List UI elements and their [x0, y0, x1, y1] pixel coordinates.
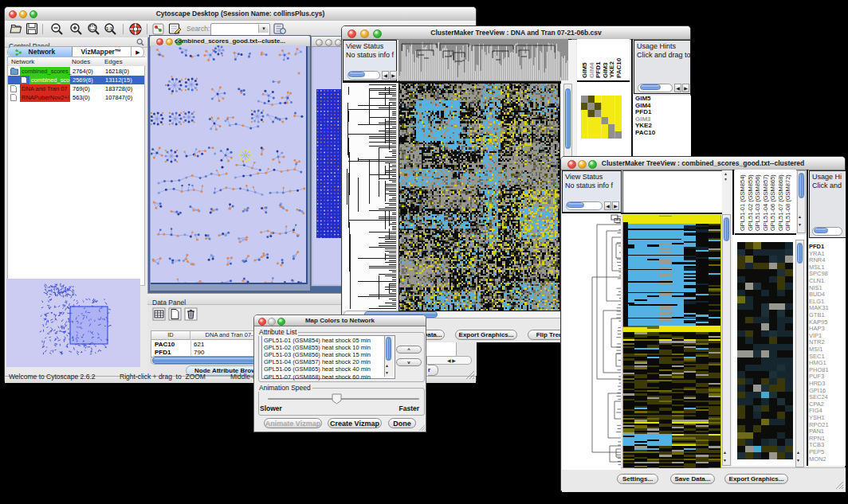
svg-text:GPL51-03 (GSM856): GPL51-03 (GSM856): [754, 174, 761, 231]
svg-text:PAC10: PAC10: [615, 57, 622, 78]
svg-text:GPL51-07 (GSM868): GPL51-07 (GSM868): [777, 174, 784, 231]
svg-text:1:1: 1:1: [106, 26, 112, 31]
svg-text:GPL51-06 (GSM865): GPL51-06 (GSM865): [769, 174, 776, 231]
svg-text:GPL51-08 (GSM872): GPL51-08 (GSM872): [784, 174, 791, 231]
svg-text:GPL51-02 (GSM855): GPL51-02 (GSM855): [747, 174, 754, 231]
svg-text:GPL51-01 (GSM854): GPL51-01 (GSM854): [739, 174, 746, 231]
svg-text:GPL51-04 (GSM857): GPL51-04 (GSM857): [762, 174, 769, 231]
